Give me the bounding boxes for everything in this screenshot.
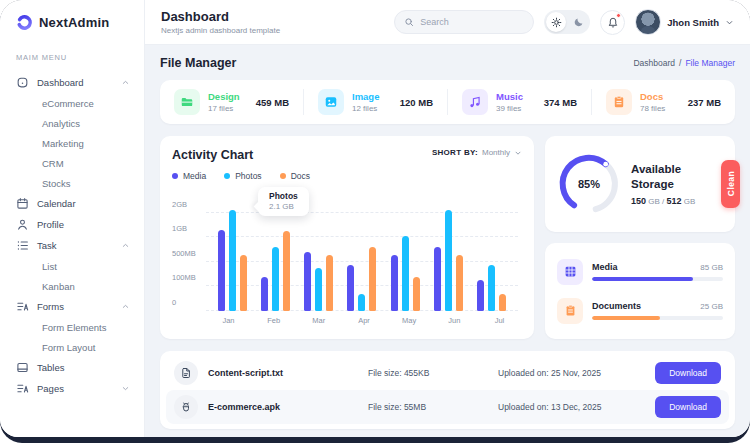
bar-photos-jan[interactable] xyxy=(229,210,236,311)
usage-card: Media85 GBDocuments25 GB xyxy=(545,243,735,339)
sort-by-label: SHORT BY: xyxy=(432,148,478,157)
download-button[interactable]: Download xyxy=(655,396,721,418)
bar-media-mar[interactable] xyxy=(304,252,311,311)
file-name: Content-script.txt xyxy=(208,368,358,378)
sidebar-item-pages[interactable]: Pages xyxy=(16,378,130,399)
stat-meta: Design17 files xyxy=(208,91,248,113)
light-mode-button[interactable] xyxy=(546,12,566,32)
sidebar-item-task[interactable]: Task xyxy=(16,235,130,256)
image-icon xyxy=(318,89,344,115)
stat-size: 374 MB xyxy=(544,97,577,108)
file-name: E-commerce.apk xyxy=(208,402,358,412)
sidebar-item-dashboard[interactable]: Dashboard xyxy=(16,72,130,93)
user-menu[interactable]: Jhon Smith xyxy=(635,9,734,35)
sidebar-item-label: Profile xyxy=(37,219,130,230)
bar-group-may xyxy=(391,203,420,311)
notifications-button[interactable] xyxy=(600,10,625,35)
sidebar-item-tables[interactable]: Tables xyxy=(16,357,130,378)
sidebar-subitem-list[interactable]: List xyxy=(16,256,130,276)
bar-docs-jul[interactable] xyxy=(499,294,506,311)
sidebar-subitem-form-elements[interactable]: Form Elements xyxy=(16,317,130,337)
legend-label: Media xyxy=(183,171,206,181)
documents-icon xyxy=(557,298,583,324)
chart-title: Activity Chart xyxy=(172,148,253,162)
bar-chart-plot: Photos 2.1 GB 0100MB500MB1GB2GB xyxy=(206,203,518,311)
stat-image[interactable]: Image12 files120 MB xyxy=(303,89,447,115)
stat-design[interactable]: Design17 files459 MB xyxy=(160,89,303,115)
theme-toggle[interactable] xyxy=(544,10,590,34)
usage-body: Media85 GB xyxy=(592,262,723,281)
bar-docs-apr[interactable] xyxy=(369,247,376,311)
chart-x-axis: JanFebMarAprMayJunJul xyxy=(172,316,522,325)
storage-total: 512 xyxy=(667,196,682,206)
chart-tooltip: Photos 2.1 GB xyxy=(258,187,309,216)
bar-media-may[interactable] xyxy=(391,255,398,312)
stat-docs[interactable]: Docs78 files237 MB xyxy=(591,89,735,115)
search-box[interactable] xyxy=(394,10,534,34)
storage-used: 150 xyxy=(631,196,646,206)
sidebar-item-forms[interactable]: Forms xyxy=(16,296,130,317)
bar-docs-feb[interactable] xyxy=(283,231,290,311)
app-window: NextAdmin MAIM MENU DashboardeCommerceAn… xyxy=(0,0,750,437)
search-input[interactable] xyxy=(420,17,524,27)
stat-size: 120 MB xyxy=(400,97,433,108)
dashboard-icon xyxy=(16,76,29,89)
notification-badge xyxy=(616,13,621,18)
bar-photos-may[interactable] xyxy=(402,236,409,311)
x-axis-label: Apr xyxy=(347,316,380,325)
bar-photos-jul[interactable] xyxy=(488,265,495,311)
sidebar-subitem-kanban[interactable]: Kanban xyxy=(16,276,130,296)
y-axis-tick: 2GB xyxy=(172,199,187,208)
bar-media-apr[interactable] xyxy=(347,265,354,311)
main-column: Dashboard Nextjs admin dashboard templat… xyxy=(145,0,750,437)
sidebar: NextAdmin MAIM MENU DashboardeCommerceAn… xyxy=(0,0,145,437)
breadcrumb-home[interactable]: Dashboard xyxy=(633,58,675,68)
sidebar-subitem-form-layout[interactable]: Form Layout xyxy=(16,337,130,357)
dark-mode-button[interactable] xyxy=(568,12,588,32)
bar-docs-may[interactable] xyxy=(413,277,420,311)
legend-item-media[interactable]: Media xyxy=(172,171,206,181)
legend-item-photos[interactable]: Photos xyxy=(224,171,261,181)
bar-media-jun[interactable] xyxy=(434,247,441,311)
bar-media-feb[interactable] xyxy=(261,277,268,311)
usage-progress-fill xyxy=(592,316,660,320)
sidebar-item-profile[interactable]: Profile xyxy=(16,214,130,235)
download-button[interactable]: Download xyxy=(655,362,721,384)
sidebar-subitem-stocks[interactable]: Stocks xyxy=(16,173,130,193)
stat-music[interactable]: Music39 files374 MB xyxy=(447,89,591,115)
tooltip-value: 2.1 GB xyxy=(269,202,298,211)
bar-photos-jun[interactable] xyxy=(445,210,452,311)
bar-photos-mar[interactable] xyxy=(315,268,322,311)
bar-photos-apr[interactable] xyxy=(358,294,365,311)
menu-section-label: MAIM MENU xyxy=(16,53,130,62)
bell-icon xyxy=(607,16,619,28)
logo-icon xyxy=(16,14,33,31)
stat-name: Music xyxy=(496,91,536,102)
legend-item-docs[interactable]: Docs xyxy=(280,171,310,181)
bar-photos-feb[interactable] xyxy=(272,247,279,311)
sidebar-subitem-analytics[interactable]: Analytics xyxy=(16,113,130,133)
app-subtitle: Nextjs admin dashboard template xyxy=(161,26,280,35)
clean-button[interactable]: Clean xyxy=(721,160,740,208)
bar-docs-jan[interactable] xyxy=(240,255,247,312)
y-axis-tick: 100MB xyxy=(172,273,196,282)
bar-media-jul[interactable] xyxy=(477,280,484,311)
y-axis-tick: 0 xyxy=(172,298,176,307)
bar-docs-jun[interactable] xyxy=(456,255,463,312)
android-icon xyxy=(174,395,198,419)
logo[interactable]: NextAdmin xyxy=(16,14,130,31)
bar-docs-mar[interactable] xyxy=(326,255,333,312)
sidebar-subitem-ecommerce[interactable]: eCommerce xyxy=(16,93,130,113)
sidebar-subitem-crm[interactable]: CRM xyxy=(16,153,130,173)
stat-name: Design xyxy=(208,91,248,102)
sidebar-item-calendar[interactable]: Calendar xyxy=(16,193,130,214)
file-text-icon xyxy=(174,361,198,385)
search-icon xyxy=(404,17,414,27)
bar-media-jan[interactable] xyxy=(218,230,225,311)
screenshot-frame: NextAdmin MAIM MENU DashboardeCommerceAn… xyxy=(0,0,750,443)
forms-icon xyxy=(16,300,29,313)
bar-group-feb xyxy=(261,203,290,311)
sidebar-submenu: eCommerceAnalyticsMarketingCRMStocks xyxy=(16,93,130,193)
sidebar-subitem-marketing[interactable]: Marketing xyxy=(16,133,130,153)
sort-by-dropdown[interactable]: SHORT BY: Monthly xyxy=(432,148,522,157)
